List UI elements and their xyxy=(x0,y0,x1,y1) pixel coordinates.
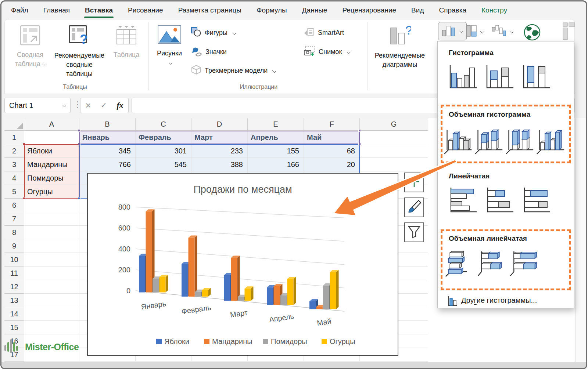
row-header-7[interactable]: 7 xyxy=(4,212,24,226)
enter-icon[interactable]: ✓ xyxy=(101,101,107,110)
recommended-charts-button[interactable]: ? Рекомендуемыедиаграммы xyxy=(374,22,426,69)
cell-B1[interactable]: Январь xyxy=(79,131,136,144)
column-header-A[interactable]: A xyxy=(24,118,79,131)
row-header-13[interactable]: 13 xyxy=(4,294,24,307)
chart-thumb-column-3d[interactable] xyxy=(536,128,566,157)
row-header-2[interactable]: 2 xyxy=(4,144,24,158)
tab-review[interactable]: Рецензирование xyxy=(341,6,397,15)
cell-A1[interactable] xyxy=(24,131,79,144)
chart-thumb-stacked-bar-3d[interactable] xyxy=(477,250,506,279)
name-box[interactable]: Chart 1 xyxy=(4,98,71,113)
row-header-8[interactable]: 8 xyxy=(4,226,24,239)
cell-A7[interactable] xyxy=(24,212,79,226)
icons-button[interactable]: Значки xyxy=(191,46,227,58)
cell-A5[interactable]: Огурцы xyxy=(24,185,79,199)
maps-button[interactable] xyxy=(523,23,541,43)
cell-A11[interactable] xyxy=(24,266,79,280)
insert-function-icon[interactable]: fx xyxy=(117,101,123,110)
cell-C2[interactable]: 301 xyxy=(136,144,191,158)
cell-F1[interactable]: Май xyxy=(304,131,360,144)
cell-A3[interactable]: Мандарины xyxy=(24,158,79,171)
tab-chart-design[interactable]: Констру xyxy=(481,6,508,15)
column-header-E[interactable]: E xyxy=(248,118,304,131)
cell-F3[interactable]: 20 xyxy=(304,158,360,171)
cell-D2[interactable]: 233 xyxy=(191,144,248,158)
chart-thumb-clustered-bar[interactable] xyxy=(447,186,478,217)
chart-filters-button[interactable] xyxy=(404,222,424,242)
shapes-button[interactable]: Фигуры xyxy=(191,27,236,39)
row-header-5[interactable]: 5 xyxy=(4,185,24,199)
chart-thumb-clustered-bar-3d[interactable] xyxy=(444,250,474,279)
tab-file[interactable]: Файл xyxy=(10,6,29,15)
row-header-10[interactable]: 10 xyxy=(4,253,24,266)
row-header-14[interactable]: 14 xyxy=(4,307,24,321)
cell-G2[interactable] xyxy=(360,144,428,158)
cell-C1[interactable]: Февраль xyxy=(136,131,191,144)
cell-A8[interactable] xyxy=(24,226,79,239)
vertical-scrollbar[interactable] xyxy=(576,118,587,362)
cell-E3[interactable]: 166 xyxy=(248,158,304,171)
row-header-12[interactable]: 12 xyxy=(4,280,24,294)
column-header-G[interactable]: G xyxy=(360,118,428,131)
cell-C3[interactable]: 545 xyxy=(136,158,191,171)
cell-A14[interactable] xyxy=(24,307,79,321)
chart-styles-button[interactable] xyxy=(404,197,424,217)
cancel-icon[interactable]: × xyxy=(85,100,91,111)
row-header-9[interactable]: 9 xyxy=(4,239,24,253)
tab-formulas[interactable]: Формулы xyxy=(256,6,288,15)
cell-A6[interactable] xyxy=(24,199,79,212)
tab-draw[interactable]: Рисование xyxy=(127,6,164,15)
chart-thumb-clustered-column-3d[interactable] xyxy=(444,128,473,157)
pictures-button[interactable]: Рисунки xyxy=(152,22,187,64)
tab-insert[interactable]: Вставка xyxy=(84,6,114,15)
pivot-chart-button[interactable] xyxy=(562,22,576,42)
row-header-11[interactable]: 11 xyxy=(4,266,24,280)
chart-thumb-stacked100-column[interactable] xyxy=(521,63,552,94)
select-all-corner[interactable] xyxy=(4,118,24,131)
tab-view[interactable]: Вид xyxy=(410,6,424,15)
chart-thumb-stacked100-bar-3d[interactable] xyxy=(509,250,538,279)
cell-E1[interactable]: Апрель xyxy=(248,131,304,144)
cell-A15[interactable] xyxy=(24,321,79,334)
cell-A4[interactable]: Помидоры xyxy=(24,171,79,185)
chart-thumb-stacked-column[interactable] xyxy=(484,63,515,94)
screenshot-button[interactable]: Снимок xyxy=(304,46,350,58)
cell-B3[interactable]: 766 xyxy=(79,158,136,171)
recommended-pivots-button[interactable]: ? Рекомендуемыесводные таблицы xyxy=(55,22,104,79)
chart-thumb-stacked-bar[interactable] xyxy=(484,186,515,217)
insert-hierarchy-chart-button[interactable] xyxy=(465,25,484,38)
cell-E2[interactable]: 155 xyxy=(248,144,304,158)
cell-G3[interactable] xyxy=(360,158,428,171)
cell-B2[interactable]: 345 xyxy=(79,144,136,158)
row-header-1[interactable]: 1 xyxy=(4,131,24,144)
chart-thumb-stacked-column-3d[interactable] xyxy=(474,128,504,157)
chart-elements-button[interactable] xyxy=(404,173,424,192)
tab-data[interactable]: Данные xyxy=(301,6,328,15)
more-histograms-item[interactable]: Другие гистограммы... xyxy=(461,296,537,305)
column-header-B[interactable]: B xyxy=(79,118,136,131)
cell-A12[interactable] xyxy=(24,280,79,294)
column-header-D[interactable]: D xyxy=(191,118,248,131)
insert-waterfall-chart-button[interactable] xyxy=(492,25,513,38)
row-header-3[interactable]: 3 xyxy=(4,158,24,171)
cell-G1[interactable] xyxy=(360,131,428,144)
column-header-F[interactable]: F xyxy=(304,118,360,131)
cell-A13[interactable] xyxy=(24,294,79,307)
cell-A10[interactable] xyxy=(24,253,79,266)
tab-help[interactable]: Справка xyxy=(438,6,467,15)
chart-thumb-stacked100-column-3d[interactable] xyxy=(505,128,535,157)
name-box-chevron-icon[interactable] xyxy=(62,104,66,107)
cell-D1[interactable]: Март xyxy=(191,131,248,144)
row-header-4[interactable]: 4 xyxy=(4,171,24,185)
column-header-C[interactable]: C xyxy=(136,118,191,131)
row-header-15[interactable]: 15 xyxy=(4,321,24,334)
insert-column-chart-button[interactable] xyxy=(438,22,467,40)
row-header-6[interactable]: 6 xyxy=(4,199,24,212)
chart-object[interactable]: Продажи по месяцам8006004002000ЯнварьФев… xyxy=(87,173,398,356)
chart-thumb-clustered-column[interactable] xyxy=(447,63,478,94)
tab-home[interactable]: Главная xyxy=(43,6,71,15)
chart-thumb-stacked100-bar[interactable] xyxy=(521,186,552,217)
tab-page-layout[interactable]: Разметка страницы xyxy=(178,6,242,15)
cell-D3[interactable]: 388 xyxy=(191,158,248,171)
cell-F2[interactable]: 68 xyxy=(304,144,360,158)
